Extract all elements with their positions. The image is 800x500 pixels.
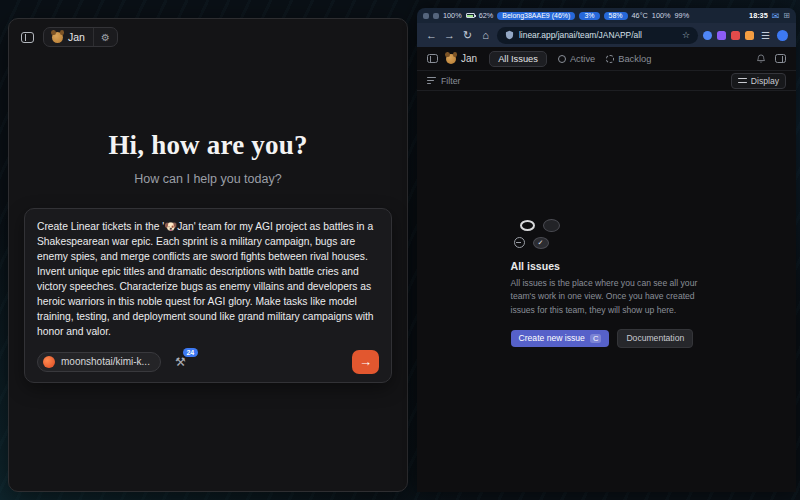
cancelled-status-icon: [514, 237, 525, 248]
linear-app: Jan All Issues Active Backlog: [417, 47, 796, 492]
send-arrow-icon: →: [359, 354, 372, 369]
tray-icon[interactable]: [423, 13, 429, 19]
active-status-icon: [558, 55, 566, 63]
jan-app-window: Jan ⚙ Hi, how are you? How can I help yo…: [8, 18, 408, 492]
temperature-readout: 46°C: [632, 11, 648, 20]
extension-icon[interactable]: [717, 31, 726, 40]
battery-icon: [466, 13, 475, 18]
send-button[interactable]: →: [352, 350, 379, 374]
composer-toolbar: moonshotai/kimi-k... ⚒ 24 →: [37, 350, 379, 374]
jan-main-area: Hi, how are you? How can I help you toda…: [9, 55, 407, 491]
extension-icon[interactable]: [731, 31, 740, 40]
empty-state: ✓ All issues All issues is the place whe…: [511, 219, 703, 348]
linear-workspace-label: Jan: [461, 53, 477, 64]
browser-menu-icon[interactable]: ☰: [759, 30, 772, 41]
memory-percent: 99%: [675, 11, 690, 20]
empty-state-actions: Create new issue C Documentation: [511, 329, 703, 348]
check-icon: ✓: [538, 239, 544, 247]
display-sliders-icon: [738, 78, 747, 83]
battery-percent: 100%: [443, 11, 462, 20]
model-provider-icon: [43, 356, 55, 368]
url-text[interactable]: linear.app/janai/team/JANAPP/all: [519, 30, 677, 40]
empty-state-title: All issues: [511, 260, 703, 272]
jan-header: Jan ⚙: [9, 19, 407, 55]
keyboard-shortcut-badge: C: [590, 334, 601, 343]
workspace-switcher: Jan ⚙: [43, 27, 118, 47]
gear-icon: ⚙: [101, 32, 110, 43]
filter-button[interactable]: Filter: [427, 76, 461, 86]
linear-workspace[interactable]: Jan: [446, 53, 477, 64]
tools-button[interactable]: ⚒ 24: [173, 355, 188, 369]
tray-icon[interactable]: [433, 13, 439, 19]
home-button[interactable]: ⌂: [479, 29, 492, 41]
prompt-input[interactable]: Create Linear tickets in the '🐶Jan' team…: [37, 219, 379, 340]
mail-icon[interactable]: ✉: [772, 11, 780, 21]
empty-state-description: All issues is the place where you can se…: [511, 277, 703, 317]
linear-topbar-actions: [756, 54, 786, 64]
tab-backlog[interactable]: Backlog: [606, 54, 651, 64]
backlog-status-icon: [606, 55, 614, 63]
right-panel-toggle-icon[interactable]: [775, 54, 786, 63]
extension-icon[interactable]: [745, 31, 754, 40]
refresh-button[interactable]: ↻: [461, 29, 474, 42]
network-badge[interactable]: Belong38AAE9 (46%): [497, 12, 575, 20]
status-badge-2[interactable]: 58%: [604, 12, 628, 20]
linear-filter-bar: Filter Display: [417, 70, 796, 91]
filter-icon: [427, 77, 436, 84]
chat-composer: Create Linear tickets in the '🐶Jan' team…: [24, 208, 392, 383]
back-button[interactable]: ←: [425, 29, 438, 41]
display-options-button[interactable]: Display: [731, 73, 786, 89]
model-selector[interactable]: moonshotai/kimi-k...: [37, 352, 161, 372]
shield-icon: [505, 30, 514, 40]
done-status-icon: ✓: [533, 237, 549, 249]
greeting-title: Hi, how are you?: [108, 130, 307, 161]
power-percent: 100%: [652, 11, 671, 20]
dog-emoji-icon: [52, 32, 63, 43]
team-dog-icon: [446, 54, 456, 64]
workspace-selector-button[interactable]: Jan: [44, 28, 93, 46]
settings-gear-button[interactable]: ⚙: [93, 28, 117, 46]
linear-sidebar-toggle-icon[interactable]: [427, 54, 438, 63]
address-bar[interactable]: linear.app/janai/team/JANAPP/all ☆: [497, 27, 698, 44]
todo-status-icon: [520, 220, 535, 231]
documentation-button[interactable]: Documentation: [617, 329, 693, 348]
tab-active[interactable]: Active: [558, 54, 595, 64]
linear-view-tabs: All Issues Active Backlog: [489, 51, 651, 67]
forward-button[interactable]: →: [443, 29, 456, 41]
status-badge-1[interactable]: 3%: [579, 12, 599, 20]
apps-grid-icon[interactable]: ⊞: [783, 11, 790, 20]
bookmark-star-icon[interactable]: ☆: [682, 30, 690, 40]
battery-secondary-percent: 62%: [479, 11, 494, 20]
issue-status-icons: ✓: [511, 219, 571, 252]
linear-topbar: Jan All Issues Active Backlog: [417, 47, 796, 70]
linear-main-area: ✓ All issues All issues is the place whe…: [417, 91, 796, 492]
tools-count-badge: 24: [183, 348, 198, 357]
create-new-issue-button[interactable]: Create new issue C: [511, 330, 610, 347]
model-name-label: moonshotai/kimi-k...: [61, 356, 150, 367]
profile-avatar[interactable]: [777, 30, 788, 41]
in-progress-status-icon: [543, 219, 560, 232]
tools-icon: ⚒: [175, 355, 186, 369]
shield-extension-icon[interactable]: [703, 31, 712, 40]
clock: 18:35: [749, 11, 768, 20]
tab-all-issues[interactable]: All Issues: [489, 51, 547, 67]
sidebar-toggle-icon[interactable]: [21, 32, 34, 43]
workspace-label: Jan: [68, 31, 85, 43]
notifications-bell-icon[interactable]: [756, 54, 766, 64]
greeting-subtitle: How can I help you today?: [134, 172, 281, 186]
browser-toolbar: ← → ↻ ⌂ linear.app/janai/team/JANAPP/all…: [417, 23, 796, 47]
system-status-bar: 100% 62% Belong38AAE9 (46%) 3% 58% 46°C …: [417, 8, 796, 23]
browser-window: 100% 62% Belong38AAE9 (46%) 3% 58% 46°C …: [417, 8, 796, 492]
